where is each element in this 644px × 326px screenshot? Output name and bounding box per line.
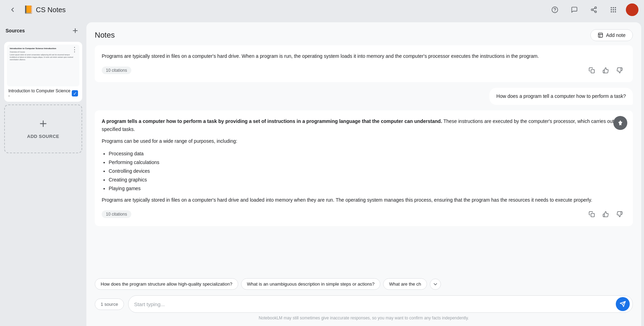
back-button[interactable] bbox=[6, 3, 20, 17]
svg-rect-8 bbox=[613, 7, 614, 8]
source-card-label: Introduction to Computer Science - bbox=[8, 88, 72, 98]
source-thumb-section: Overview of Course bbox=[10, 51, 77, 53]
sidebar-header: Sources bbox=[4, 24, 82, 39]
svg-rect-24 bbox=[591, 214, 595, 217]
list-item: Playing games bbox=[109, 184, 626, 193]
list-item: Creating graphics bbox=[109, 176, 626, 184]
svg-line-6 bbox=[593, 8, 595, 9]
svg-rect-14 bbox=[613, 11, 614, 12]
chat-button[interactable] bbox=[567, 3, 581, 17]
send-button[interactable] bbox=[616, 297, 630, 311]
input-area: 1 source NotebookLM may still sometimes … bbox=[86, 293, 641, 326]
main-layout: Sources Introduction to Computer Science… bbox=[0, 20, 644, 326]
source-thumb-text: Lorem ipsum dolor sit amet consectetur a… bbox=[10, 54, 77, 61]
expand-suggestions-button[interactable] bbox=[430, 279, 441, 290]
copy-button-2[interactable] bbox=[585, 208, 598, 220]
svg-rect-10 bbox=[611, 9, 612, 10]
source-card-checkbox[interactable]: ✓ bbox=[72, 90, 78, 96]
suggestion-chip-2[interactable]: What is an unambiguous description in si… bbox=[241, 278, 380, 290]
ai-card-actions-1: 10 citations bbox=[102, 64, 626, 77]
share-button[interactable] bbox=[587, 3, 601, 17]
citations-badge-2[interactable]: 10 citations bbox=[102, 210, 131, 218]
ai-response-text-2a: A program tells a computer how to perfor… bbox=[102, 117, 626, 133]
svg-rect-9 bbox=[615, 7, 616, 8]
list-item: Processing data bbox=[109, 149, 626, 158]
add-source-card[interactable]: ADD SOURCE bbox=[4, 104, 82, 153]
add-source-header-button[interactable] bbox=[70, 25, 81, 36]
svg-rect-20 bbox=[598, 33, 603, 37]
chat-input[interactable] bbox=[134, 298, 616, 310]
suggestions-bar: How does the program structure allow hig… bbox=[86, 275, 641, 293]
svg-rect-23 bbox=[591, 70, 595, 73]
dislike-button-2[interactable] bbox=[613, 208, 626, 220]
topbar: 📙 CS Notes bbox=[0, 0, 644, 20]
apps-button[interactable] bbox=[606, 3, 620, 17]
ai-action-icons-1 bbox=[585, 64, 626, 77]
citations-badge-1[interactable]: 10 citations bbox=[102, 67, 131, 74]
svg-rect-11 bbox=[613, 9, 614, 10]
suggestion-chip-3[interactable]: What are the ch bbox=[383, 278, 427, 290]
sidebar-title: Sources bbox=[6, 28, 25, 33]
disclaimer-text: NotebookLM may still sometimes give inac… bbox=[95, 316, 633, 320]
content-area: Notes Add note Programs are typically st… bbox=[86, 22, 641, 326]
ai-response-list: Processing data Performing calculations … bbox=[102, 149, 626, 193]
chat-scroll[interactable]: Programs are typically stored in files o… bbox=[86, 45, 641, 275]
topbar-left: 📙 CS Notes bbox=[6, 3, 66, 17]
ai-response-text-2c: Programs are typically stored in files o… bbox=[102, 196, 626, 204]
sidebar: Sources Introduction to Computer Science… bbox=[0, 20, 86, 326]
suggestion-chip-1[interactable]: How does the program structure allow hig… bbox=[95, 278, 238, 290]
list-item: Controlling devices bbox=[109, 167, 626, 176]
add-note-label: Add note bbox=[606, 32, 626, 38]
ai-response-card-2: A program tells a computer how to perfor… bbox=[95, 110, 633, 226]
like-button-2[interactable] bbox=[599, 208, 612, 220]
ai-response-text-1: Programs are typically stored in files o… bbox=[102, 52, 626, 60]
app-logo-icon: 📙 bbox=[24, 5, 33, 14]
help-button[interactable] bbox=[548, 3, 562, 17]
svg-rect-15 bbox=[615, 11, 616, 12]
ai-response-text-2b: Programs can be used for a wide range of… bbox=[102, 137, 626, 145]
app-title: 📙 CS Notes bbox=[24, 5, 66, 14]
ai-action-icons-2 bbox=[585, 208, 626, 220]
dislike-button-1[interactable] bbox=[613, 64, 626, 77]
svg-rect-12 bbox=[615, 9, 616, 10]
source-card-thumbnail: Introduction to Computer Science Introdu… bbox=[7, 45, 79, 86]
source-card-footer: Introduction to Computer Science - ✓ bbox=[7, 86, 79, 99]
avatar[interactable] bbox=[626, 3, 638, 16]
svg-rect-7 bbox=[611, 7, 612, 8]
page-title: Notes bbox=[95, 31, 115, 40]
add-note-button[interactable]: Add note bbox=[590, 29, 633, 41]
ai-card-actions-2: 10 citations bbox=[102, 208, 626, 220]
ai-response-card-1: Programs are typically stored in files o… bbox=[95, 45, 633, 82]
source-card-menu-button[interactable]: ⋮ bbox=[70, 45, 79, 54]
svg-rect-13 bbox=[611, 11, 612, 12]
content-header: Notes Add note bbox=[86, 22, 641, 45]
topbar-right bbox=[548, 3, 638, 17]
source-thumb-title: Introduction to Computer Science Introdu… bbox=[10, 47, 77, 49]
add-source-plus-icon bbox=[38, 119, 48, 131]
add-source-label: ADD SOURCE bbox=[27, 134, 59, 139]
input-row: 1 source bbox=[95, 295, 633, 313]
source-card[interactable]: Introduction to Computer Science Introdu… bbox=[4, 42, 82, 102]
chat-input-wrapper bbox=[128, 295, 633, 313]
ai-response-bold: A program tells a computer how to perfor… bbox=[102, 118, 442, 124]
user-message: How does a program tell a computer how t… bbox=[95, 88, 633, 105]
like-button-1[interactable] bbox=[599, 64, 612, 77]
app-title-text: CS Notes bbox=[36, 6, 66, 14]
user-bubble-text: How does a program tell a computer how t… bbox=[489, 88, 633, 105]
source-badge[interactable]: 1 source bbox=[95, 298, 124, 310]
copy-button-1[interactable] bbox=[585, 64, 598, 77]
svg-line-5 bbox=[593, 10, 595, 11]
list-item: Performing calculations bbox=[109, 158, 626, 167]
